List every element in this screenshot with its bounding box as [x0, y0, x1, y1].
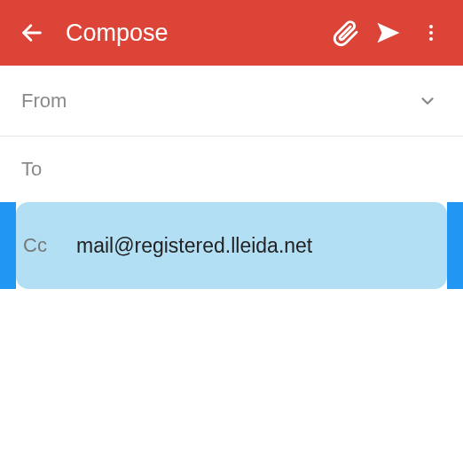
send-icon: [375, 20, 402, 46]
from-label: From: [21, 90, 83, 113]
svg-point-2: [429, 31, 433, 35]
attach-button[interactable]: [325, 12, 367, 54]
to-row[interactable]: To: [0, 137, 463, 202]
send-button[interactable]: [367, 12, 410, 54]
arrow-back-icon: [20, 20, 44, 45]
cc-highlight: Cc mail@registered.lleida.net: [0, 202, 463, 289]
compose-toolbar: Compose: [0, 0, 463, 66]
more-vert-icon: [420, 22, 442, 43]
chevron-down-icon: [418, 91, 437, 111]
svg-point-1: [429, 25, 433, 28]
cc-value: mail@registered.lleida.net: [76, 234, 312, 258]
overflow-menu-button[interactable]: [410, 12, 452, 54]
from-row[interactable]: From: [0, 66, 463, 137]
page-title: Compose: [66, 20, 169, 47]
from-expand-button[interactable]: [413, 87, 442, 115]
cc-row[interactable]: Cc mail@registered.lleida.net: [16, 202, 447, 289]
attachment-icon: [332, 19, 360, 47]
cc-label: Cc: [23, 234, 76, 257]
svg-point-3: [429, 37, 433, 41]
back-button[interactable]: [11, 12, 53, 54]
to-label: To: [21, 158, 83, 181]
